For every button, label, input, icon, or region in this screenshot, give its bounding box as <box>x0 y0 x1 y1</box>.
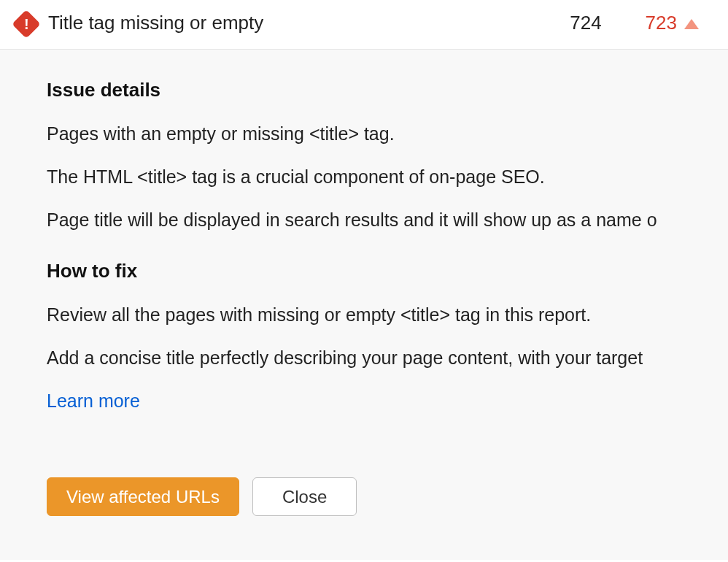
issue-details-heading: Issue details <box>47 79 728 101</box>
issue-details-text: The HTML <title> tag is a crucial compon… <box>47 166 728 188</box>
issue-details-text: Page title will be displayed in search r… <box>47 209 728 231</box>
pages-count: 724 <box>570 12 645 34</box>
view-affected-urls-button[interactable]: View affected URLs <box>47 477 239 516</box>
error-icon: ! <box>12 9 41 39</box>
issue-title: Title tag missing or empty <box>48 12 570 34</box>
added-count: 723 <box>646 12 712 34</box>
close-button[interactable]: Close <box>252 477 357 516</box>
issue-row[interactable]: ! Title tag missing or empty 724 723 <box>0 0 728 50</box>
added-count-value: 723 <box>646 12 677 34</box>
trend-up-icon <box>684 19 699 29</box>
how-to-fix-text: Add a concise title perfectly describing… <box>47 347 728 369</box>
how-to-fix-text: Review all the pages with missing or emp… <box>47 304 728 326</box>
issue-details-text: Pages with an empty or missing <title> t… <box>47 123 728 145</box>
actions-row: View affected URLs Close <box>47 477 728 516</box>
how-to-fix-heading: How to fix <box>47 260 728 282</box>
issue-details-panel: Issue details Pages with an empty or mis… <box>0 50 728 560</box>
learn-more-link[interactable]: Learn more <box>47 390 140 412</box>
